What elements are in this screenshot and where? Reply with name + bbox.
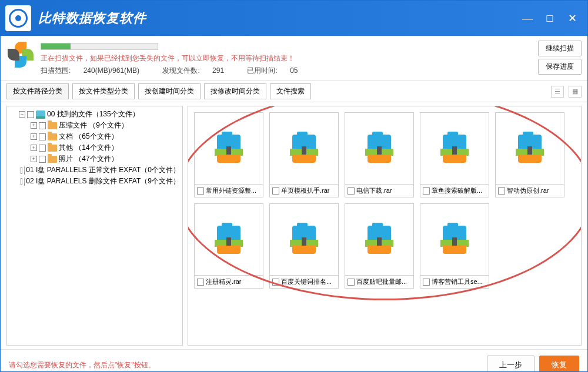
expand-icon[interactable]: + [31, 145, 37, 151]
file-cell[interactable]: 电信下载.rar [345, 112, 414, 197]
folder-icon [48, 122, 57, 129]
spinner-icon [6, 41, 35, 69]
scan-time-label: 已用时间: [247, 66, 277, 75]
scan-found-value: 291 [212, 66, 224, 75]
app-logo [5, 5, 31, 31]
tab-modified[interactable]: 按修改时间分类 [204, 83, 266, 99]
folder-icon [48, 156, 57, 163]
file-thumb [420, 113, 489, 184]
scan-range-value: 240(MB)/961(MB) [83, 66, 139, 75]
file-thumb [420, 204, 489, 275]
rar-icon [215, 135, 243, 163]
folder-icon [48, 133, 57, 140]
file-thumb [195, 113, 263, 184]
tree-row[interactable]: +其他 （14个文件） [9, 142, 180, 153]
expand-icon[interactable]: + [31, 156, 37, 162]
minimize-button[interactable]: — [522, 12, 533, 24]
tree-label: 其他 （14个文件） [59, 143, 118, 153]
continue-scan-button[interactable]: 继续扫描 [538, 41, 582, 56]
tab-path[interactable]: 按文件路径分类 [6, 83, 69, 99]
view-grid-button[interactable]: ▦ [569, 86, 582, 98]
grid-panel: 常用外链资源整...单页模板扒手.rar电信下载.rar章鱼搜索破解版...智动… [188, 106, 582, 346]
checkbox[interactable] [39, 145, 46, 152]
checkbox[interactable] [39, 133, 46, 140]
disk-icon [36, 110, 45, 119]
file-cell[interactable]: 博客营销工具se... [420, 203, 489, 289]
scan-found-label: 发现文件数: [162, 66, 199, 75]
tab-search[interactable]: 文件搜索 [270, 83, 311, 99]
window-buttons: — □ ✕ [522, 12, 583, 24]
prev-button[interactable]: 上一步 [487, 356, 534, 372]
checkbox[interactable] [272, 279, 279, 286]
file-thumb [270, 113, 338, 184]
expand-icon[interactable]: + [31, 122, 37, 129]
tree-row[interactable]: 02 I盘 PARALLELS 删除文件 EXFAT（9个文件） [9, 176, 180, 187]
file-name: 注册精灵.rar [206, 277, 242, 286]
file-thumb [345, 113, 413, 184]
tree-row[interactable]: +压缩文件 （9个文件） [9, 120, 180, 131]
scan-message: 正在扫描文件，如果已经找到您丢失的文件，可以立即恢复，不用等待扫描结束！ [41, 53, 532, 63]
rar-icon [365, 226, 393, 254]
checkbox[interactable] [27, 111, 34, 118]
tree-label: 压缩文件 （9个文件） [59, 120, 128, 130]
tree-label: 02 I盘 PARALLELS 删除文件 EXFAT（9个文件） [26, 176, 180, 186]
scan-side-buttons: 继续扫描 保存进度 [538, 41, 582, 75]
file-cell[interactable]: 智动伪原创.rar [495, 112, 564, 197]
checkbox[interactable] [21, 167, 22, 174]
progress-bar [41, 43, 158, 50]
tree-row[interactable]: +照片 （47个文件） [9, 153, 180, 165]
checkbox[interactable] [39, 122, 46, 129]
save-progress-button[interactable]: 保存进度 [538, 59, 582, 75]
expand-icon[interactable]: + [31, 133, 37, 140]
expand-icon[interactable]: − [19, 111, 25, 118]
file-name: 百度贴吧批量邮... [356, 277, 407, 286]
checkbox[interactable] [21, 178, 22, 185]
tree-label: 00 找到的文件（135个文件） [47, 109, 139, 119]
content: −00 找到的文件（135个文件）+压缩文件 （9个文件）+文档 （65个文件）… [1, 102, 587, 349]
close-button[interactable]: ✕ [566, 12, 578, 24]
file-thumb [496, 113, 564, 184]
rar-icon [440, 135, 469, 163]
file-thumb [270, 204, 338, 275]
disk-icon [24, 177, 25, 186]
checkbox[interactable] [498, 187, 505, 195]
footer: 请勾选您需要恢复的文件，然后点"恢复"按钮。 上一步 恢复 [1, 349, 587, 372]
tree-label: 照片 （47个文件） [59, 154, 118, 164]
recover-button[interactable]: 恢复 [539, 356, 579, 372]
scan-stats: 扫描范围: 240(MB)/961(MB) 发现文件数: 291 已用时间: 0… [41, 66, 532, 76]
tab-created[interactable]: 按创建时间分类 [138, 83, 201, 99]
checkbox[interactable] [197, 187, 204, 195]
titlebar: 比特数据恢复软件 — □ ✕ [1, 1, 587, 36]
file-cell[interactable]: 百度关键词排名... [269, 203, 339, 289]
file-name: 常用外链资源整... [206, 186, 256, 195]
checkbox[interactable] [348, 187, 355, 195]
scan-range-label: 扫描范围: [41, 66, 71, 75]
checkbox[interactable] [423, 187, 430, 195]
tree-label: 文档 （65个文件） [59, 132, 118, 142]
file-cell[interactable]: 常用外链资源整... [194, 112, 263, 197]
checkbox[interactable] [348, 279, 355, 286]
file-cell[interactable]: 百度贴吧批量邮... [345, 203, 414, 289]
tab-type[interactable]: 按文件类型分类 [72, 83, 135, 99]
file-cell[interactable]: 注册精灵.rar [194, 203, 263, 289]
checkbox[interactable] [39, 156, 46, 163]
file-grid: 常用外链资源整...单页模板扒手.rar电信下载.rar章鱼搜索破解版...智动… [188, 106, 581, 294]
scan-time-value: 05 [290, 66, 298, 75]
file-name: 百度关键词排名... [281, 277, 332, 286]
tree-row[interactable]: 01 I盘 PARALLELS 正常文件 EXFAT（0个文件） [9, 165, 180, 176]
file-cell[interactable]: 章鱼搜索破解版... [420, 112, 489, 197]
rar-icon [440, 226, 469, 254]
checkbox[interactable] [272, 187, 279, 195]
tabbar: 按文件路径分类 按文件类型分类 按创建时间分类 按修改时间分类 文件搜索 ☰ ▦ [1, 81, 587, 102]
file-cell[interactable]: 单页模板扒手.rar [269, 112, 339, 197]
file-name: 章鱼搜索破解版... [432, 186, 482, 195]
view-list-button[interactable]: ☰ [551, 86, 564, 98]
tree-panel: −00 找到的文件（135个文件）+压缩文件 （9个文件）+文档 （65个文件）… [6, 106, 183, 346]
file-name: 单页模板扒手.rar [281, 186, 330, 195]
checkbox[interactable] [423, 279, 430, 286]
tree-row[interactable]: +文档 （65个文件） [9, 131, 180, 142]
checkbox[interactable] [197, 279, 204, 286]
file-name: 博客营销工具se... [432, 277, 483, 286]
tree-row[interactable]: −00 找到的文件（135个文件） [9, 109, 180, 120]
maximize-button[interactable]: □ [544, 12, 556, 24]
